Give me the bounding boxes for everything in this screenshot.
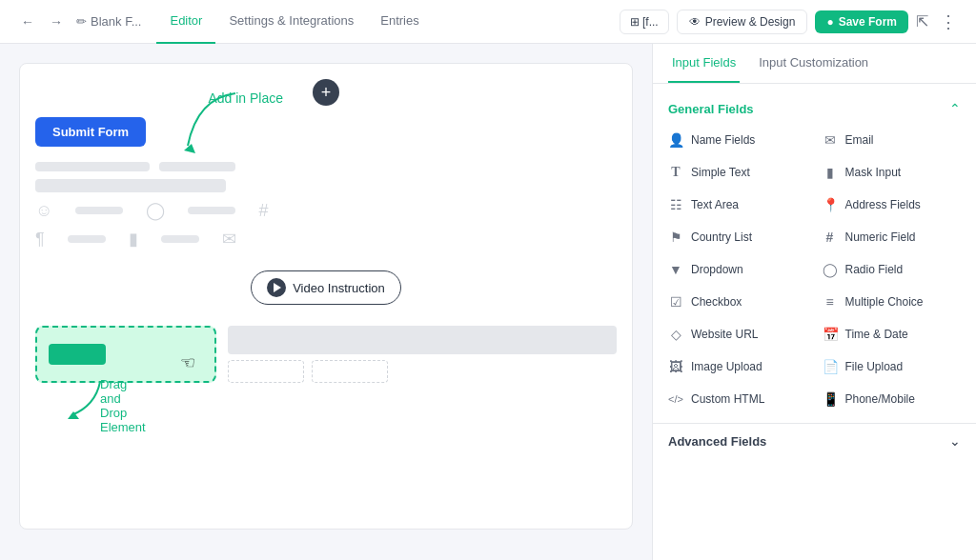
play-triangle-icon <box>274 283 281 292</box>
field-multiple-choice-label: Multiple Choice <box>845 295 924 309</box>
tab-entries[interactable]: Entries <box>367 0 432 44</box>
tab-input-fields[interactable]: Input Fields <box>668 44 740 83</box>
right-panel: Input Fields Input Customization General… <box>652 44 976 560</box>
svg-marker-1 <box>68 411 79 419</box>
advanced-fields-chevron: ⌄ <box>949 433 961 449</box>
video-instruction-button[interactable]: Video Instruction <box>251 270 401 305</box>
field-image-upload[interactable]: 🖼 Image Upload <box>661 350 815 383</box>
field-address-fields[interactable]: 📍 Address Fields <box>815 189 969 221</box>
field-dropdown[interactable]: ▼ Dropdown <box>661 253 815 286</box>
field-mask-input-label: Mask Input <box>845 166 902 179</box>
drag-annotation: Drag and Drop Element <box>100 377 146 434</box>
more-options-button[interactable]: ⋮ <box>936 10 961 34</box>
submit-form-button[interactable]: Submit Form <box>35 117 146 147</box>
panel-tabs: Input Fields Input Customization <box>653 44 976 84</box>
add-btn-row: + <box>35 79 617 106</box>
mask-icon: ▮ <box>823 165 838 180</box>
drag-arrow-svg <box>43 377 119 425</box>
save-icon: ● <box>826 15 833 29</box>
field-numeric-field[interactable]: # Numeric Field <box>815 221 969 253</box>
breadcrumb-text: Blank F... <box>91 14 141 29</box>
save-form-button[interactable]: ● Save Form <box>815 10 908 33</box>
drag-cursor-icon: ☜ <box>180 352 195 373</box>
image-icon: 🖼 <box>668 359 683 374</box>
field-checkbox[interactable]: ☑ Checkbox <box>661 286 815 318</box>
field-time-date[interactable]: 📅 Time & Date <box>815 318 969 350</box>
skeleton-hash-icon: # <box>258 201 268 221</box>
person-icon: 👤 <box>668 132 683 148</box>
fnum-button[interactable]: ⊞ [f... <box>620 10 669 34</box>
field-custom-html[interactable]: </> Custom HTML <box>661 383 815 415</box>
drag-drop-demo: ☜ Drag and Drop Element <box>35 326 617 383</box>
back-button[interactable]: ← <box>15 10 40 33</box>
field-image-upload-label: Image Upload <box>691 360 762 373</box>
code-icon: </> <box>668 393 683 405</box>
drag-placeholder-1 <box>228 326 617 354</box>
expand-button[interactable]: ⇱ <box>916 12 928 30</box>
field-custom-html-label: Custom HTML <box>691 392 764 406</box>
editor-area: + Add in Place Submit Form <box>0 44 652 560</box>
field-name-fields[interactable]: 👤 Name Fields <box>661 124 815 156</box>
field-simple-text[interactable]: T Simple Text <box>661 156 815 189</box>
skeleton-mail-icon: ✉ <box>222 229 236 250</box>
field-email-label: Email <box>845 133 874 147</box>
field-website-url[interactable]: ◇ Website URL <box>661 318 815 350</box>
list-icon: ≡ <box>823 294 838 310</box>
field-phone-mobile-label: Phone/Mobile <box>845 392 915 406</box>
field-country-list-label: Country List <box>691 230 752 244</box>
field-text-area-label: Text Area <box>691 198 739 211</box>
play-circle-icon <box>267 278 286 297</box>
tab-settings[interactable]: Settings & Integrations <box>215 0 367 44</box>
field-phone-mobile[interactable]: 📱 Phone/Mobile <box>815 383 969 415</box>
eye-icon: 👁 <box>689 15 701 29</box>
field-text-area[interactable]: ☷ Text Area <box>661 189 815 221</box>
nav-back-fwd: ← → <box>15 10 69 33</box>
submit-btn-area: Submit Form <box>35 117 617 147</box>
field-radio-field[interactable]: ◯ Radio Field <box>815 253 969 286</box>
panel-content: General Fields ⌃ 👤 Name Fields ✉ Email T… <box>653 84 976 560</box>
skeleton-video-icon: ▮ <box>129 229 138 250</box>
preview-label: Preview & Design <box>705 15 796 29</box>
drag-placeholder-sm-2 <box>312 360 388 383</box>
skeleton-person-icon: ☺ <box>35 201 52 221</box>
skeleton-para-icon: ¶ <box>35 230 45 250</box>
field-country-list[interactable]: ⚑ Country List <box>661 221 815 253</box>
general-fields-title: General Fields <box>668 102 754 116</box>
radio-icon: ◯ <box>823 262 838 277</box>
field-file-upload[interactable]: 📄 File Upload <box>815 350 969 383</box>
top-nav: ← → ✏ Blank F... Editor Settings & Integ… <box>0 0 976 44</box>
form-canvas: + Add in Place Submit Form <box>19 63 633 530</box>
forward-button[interactable]: → <box>44 10 69 33</box>
field-simple-text-label: Simple Text <box>691 166 750 179</box>
field-file-upload-label: File Upload <box>845 360 904 373</box>
calendar-icon: 📅 <box>823 327 838 342</box>
nav-right: ⊞ [f... 👁 Preview & Design ● Save Form ⇱… <box>620 10 961 34</box>
fnum-icon: ⊞ <box>630 15 640 29</box>
field-multiple-choice[interactable]: ≡ Multiple Choice <box>815 286 969 318</box>
pencil-icon: ✏ <box>76 14 87 29</box>
preview-button[interactable]: 👁 Preview & Design <box>677 10 808 34</box>
checkbox-icon: ☑ <box>668 294 683 310</box>
field-name-fields-label: Name Fields <box>691 133 755 147</box>
fnum-label: [f... <box>642 15 659 29</box>
field-mask-input[interactable]: ▮ Mask Input <box>815 156 969 189</box>
dropdown-icon: ▼ <box>668 262 683 277</box>
advanced-fields-title: Advanced Fields <box>668 434 766 449</box>
field-checkbox-label: Checkbox <box>691 295 742 309</box>
general-fields-chevron: ⌃ <box>949 101 961 116</box>
tab-editor[interactable]: Editor <box>156 0 215 44</box>
advanced-fields-header[interactable]: Advanced Fields ⌄ <box>653 423 976 458</box>
skeleton-pin-icon: ◯ <box>146 200 165 221</box>
drag-element-preview <box>49 344 106 365</box>
tab-input-customization[interactable]: Input Customization <box>755 44 872 83</box>
text-icon: T <box>668 165 683 180</box>
field-email[interactable]: ✉ Email <box>815 124 969 156</box>
field-address-fields-label: Address Fields <box>845 198 921 211</box>
address-icon: 📍 <box>823 197 838 212</box>
save-label: Save Form <box>839 15 897 29</box>
field-time-date-label: Time & Date <box>845 328 908 341</box>
main-layout: + Add in Place Submit Form <box>0 44 976 560</box>
general-fields-header[interactable]: General Fields ⌃ <box>653 91 976 124</box>
breadcrumb: ✏ Blank F... <box>76 14 141 29</box>
add-element-button[interactable]: + <box>313 79 339 106</box>
